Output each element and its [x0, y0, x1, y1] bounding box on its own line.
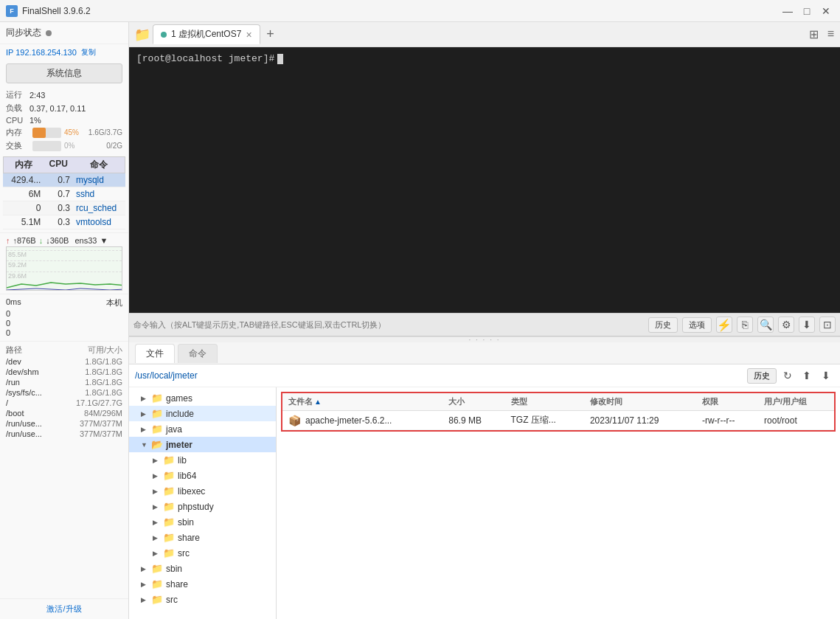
net-expand-icon[interactable]: ▼ [100, 236, 108, 245]
tree-item-sbin-2[interactable]: ▶ 📁 sbin [129, 514, 276, 530]
tree-toggle-sbin-2: ▶ [153, 519, 160, 526]
tree-item-lib64[interactable]: ▶ 📁 lib64 [129, 468, 276, 483]
file-browser: ▶ 📁 games ▶ 📁 include ▶ 📁 java [129, 387, 840, 619]
tree-item-share-1[interactable]: ▶ 📁 share [129, 576, 276, 592]
terminal-area[interactable]: [root@localhost jmeter]# [129, 47, 840, 313]
tree-item-src-1[interactable]: ▶ 📁 src [129, 592, 276, 607]
tree-item-jmeter[interactable]: ▼ 📂 jmeter [129, 437, 276, 452]
col-name[interactable]: 文件名 ▲ [282, 393, 442, 411]
refresh-icon[interactable]: ↻ [780, 367, 796, 384]
tree-label-phpstudy: phpstudy [178, 502, 214, 512]
latency-header: 0ms 本机 [6, 297, 122, 308]
process-row-3[interactable]: 0 0.3 rcu_sched [3, 201, 125, 215]
add-tab-button[interactable]: + [262, 26, 280, 44]
tree-item-include[interactable]: ▶ 📁 include [129, 406, 276, 421]
tree-item-lib[interactable]: ▶ 📁 lib [129, 452, 276, 468]
download-icon[interactable]: ⬇ [799, 317, 815, 333]
tree-toggle-lib: ▶ [153, 457, 160, 464]
col-owner[interactable]: 用户/用户组 [758, 393, 834, 411]
file-tab[interactable]: 文件 [135, 344, 175, 363]
tree-item-phpstudy[interactable]: ▶ 📁 phpstudy [129, 499, 276, 514]
drag-handle[interactable]: · · · · · [129, 336, 840, 342]
minimize-button[interactable]: — [780, 3, 796, 19]
tree-toggle-lib64: ▶ [153, 472, 160, 480]
folder-icon-button[interactable]: 📁 [132, 24, 153, 45]
folder-icon-libexec: 📁 [163, 485, 175, 497]
maximize-button[interactable]: □ [799, 3, 815, 19]
net-down-val: ↓360B [46, 236, 69, 245]
folder-icon-games: 📁 [151, 393, 163, 404]
mem-bar-container [32, 128, 61, 138]
copy-ip-button[interactable]: 复制 [80, 47, 97, 58]
tab-1[interactable]: 1 虚拟机CentOS7 × [153, 24, 260, 44]
cmd-tab[interactable]: 命令 [178, 344, 218, 363]
tab-1-close[interactable]: × [246, 29, 251, 41]
gear-icon[interactable]: ⚙ [778, 317, 794, 333]
proc-cmd-2: sshd [73, 187, 125, 201]
terminal-prompt: [root@localhost jmeter]# [136, 53, 833, 64]
tree-item-java[interactable]: ▶ 📁 java [129, 421, 276, 437]
tree-item-src-2[interactable]: ▶ 📁 src [129, 545, 276, 561]
disk-path-8: /run/use... [6, 429, 80, 438]
file-history-button[interactable]: 历史 [747, 368, 777, 384]
ph-cmd: 命令 [73, 157, 125, 173]
col-type[interactable]: 类型 [505, 393, 584, 411]
lightning-icon[interactable]: ⚡ [716, 317, 732, 333]
col-size[interactable]: 大小 [442, 393, 504, 411]
mem-value: 45% [64, 128, 82, 136]
upgrade-link[interactable]: 激活/升级 [0, 598, 128, 619]
download-file-icon[interactable]: ⬇ [818, 367, 834, 384]
file-type: TGZ 压缩... [505, 411, 584, 430]
tree-label-java: java [166, 424, 182, 435]
tab-1-label: 1 虚拟机CentOS7 [171, 28, 241, 41]
file-row-1[interactable]: 📦 apache-jmeter-5.6.2... 86.9 MB TGZ 压缩.… [282, 411, 834, 430]
cmd-input-field[interactable] [133, 320, 644, 329]
file-toolbar-right: 历史 ↻ ⬆ ⬇ [747, 367, 834, 384]
net-tick-3: 29.6M [7, 272, 122, 280]
process-row-1[interactable]: 429.4... 0.7 mysqld [3, 173, 125, 187]
latency-1: 0 [6, 309, 122, 318]
close-button[interactable]: ✕ [818, 3, 834, 19]
files-header-row: 文件名 ▲ 大小 类型 修改时间 权限 用户/用户组 [282, 393, 834, 411]
sys-info-button[interactable]: 系统信息 [6, 63, 122, 83]
latency-section: 0ms 本机 0 0 0 [0, 294, 128, 341]
mem-bar [32, 128, 46, 138]
files-list: 文件名 ▲ 大小 类型 修改时间 权限 用户/用户组 [277, 387, 840, 619]
tree-label-games: games [166, 393, 192, 404]
title-bar: F FinalShell 3.9.6.2 — □ ✕ [0, 0, 840, 22]
tree-item-games[interactable]: ▶ 📁 games [129, 390, 276, 406]
grid-icon-1[interactable]: ⊞ [806, 26, 822, 43]
ph-cpu: CPU [44, 157, 73, 173]
expand-icon[interactable]: ⊡ [819, 317, 836, 333]
folder-icon-share-1: 📁 [151, 578, 163, 589]
tree-item-sbin-1[interactable]: ▶ 📁 sbin [129, 561, 276, 576]
tree-toggle-games: ▶ [141, 395, 148, 402]
title-bar-left: F FinalShell 3.9.6.2 [6, 5, 91, 17]
proc-cmd-3: rcu_sched [73, 201, 125, 215]
tree-toggle-java: ▶ [141, 426, 148, 433]
options-button[interactable]: 选项 [682, 317, 712, 333]
tree-item-libexec[interactable]: ▶ 📁 libexec [129, 483, 276, 499]
disk-path-hdr: 路径 [6, 345, 88, 356]
tree-item-share-2[interactable]: ▶ 📁 share [129, 530, 276, 545]
process-row-4[interactable]: 5.1M 0.3 vmtoolsd [3, 215, 125, 229]
disk-size-8: 377M/377M [80, 429, 122, 438]
run-row: 运行 2:43 [6, 89, 122, 100]
folder-icon-phpstudy: 📁 [163, 501, 175, 512]
cpu-label: CPU [6, 116, 29, 125]
grid-icon-2[interactable]: ≡ [825, 26, 837, 43]
prompt-text: [root@localhost jmeter]# [136, 53, 274, 64]
search-icon[interactable]: 🔍 [757, 317, 774, 333]
sidebar: 同步状态 IP 192.168.254.130 复制 系统信息 运行 2:43 … [0, 22, 129, 619]
swap-sizes: 0/2G [82, 142, 122, 150]
upload-icon[interactable]: ⬆ [799, 367, 815, 384]
disk-path-5: / [6, 398, 76, 407]
history-button[interactable]: 历史 [648, 317, 678, 333]
copy-icon[interactable]: ⎘ [737, 317, 753, 333]
latency-v2: 0 [6, 319, 10, 328]
process-row-2[interactable]: 6M 0.7 sshd [3, 187, 125, 201]
file-perms: -rw-r--r-- [696, 411, 758, 430]
col-modified[interactable]: 修改时间 [584, 393, 696, 411]
col-perms[interactable]: 权限 [696, 393, 758, 411]
folder-icon-lib: 📁 [163, 454, 175, 466]
